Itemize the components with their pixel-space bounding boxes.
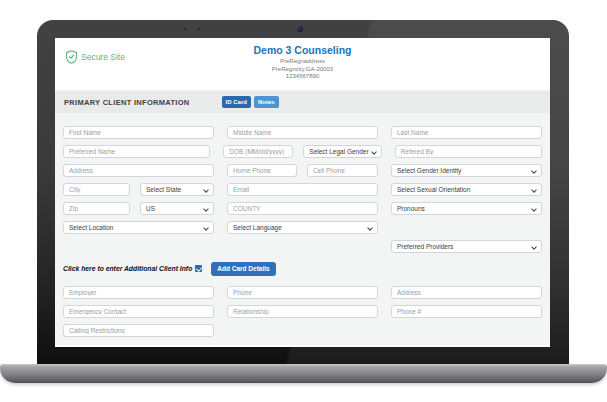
city-input[interactable] — [63, 183, 130, 196]
form-row: Select Location Select Language — [63, 221, 542, 234]
additional-info-row: Click here to enter Additional Client In… — [63, 262, 542, 276]
zip-input[interactable] — [63, 202, 130, 215]
employer-address-input[interactable] — [391, 286, 542, 299]
dob-input[interactable] — [223, 145, 293, 158]
clinic-phone: 1234567890 — [55, 73, 550, 81]
additional-info-checkbox[interactable] — [195, 265, 202, 272]
webcam — [296, 25, 304, 33]
clinic-address: PreRegnaddress — [55, 58, 550, 66]
gender-identity-select[interactable]: Select Gender Identity — [391, 164, 542, 177]
form-row: Select Legal Gender — [63, 145, 542, 158]
bezel-dot — [198, 28, 200, 30]
form-row: Select State Select Sexual Orientation — [63, 183, 542, 196]
home-phone-input[interactable] — [227, 164, 297, 177]
preferred-providers-select[interactable]: Preferred Providers — [391, 240, 542, 253]
country-value: US — [146, 205, 155, 212]
preferred-providers-value: Preferred Providers — [397, 243, 453, 250]
location-select[interactable]: Select Location — [63, 221, 214, 234]
chevron-down-icon — [203, 225, 209, 231]
section-header: PRIMARY CLIENT INFORMATION ID Card Notes — [55, 90, 550, 113]
first-name-input[interactable] — [63, 126, 214, 139]
laptop-base — [0, 364, 607, 383]
preferred-name-input[interactable] — [63, 145, 210, 158]
address-input[interactable] — [63, 164, 214, 177]
referred-by-input[interactable] — [395, 145, 542, 158]
chevron-down-icon — [531, 244, 537, 250]
id-card-button[interactable]: ID Card — [222, 96, 251, 108]
email-input[interactable] — [227, 183, 378, 196]
legal-gender-select[interactable]: Select Legal Gender — [303, 145, 381, 158]
emergency-contact-input[interactable] — [63, 305, 214, 318]
form-row — [63, 305, 542, 318]
chevron-down-icon — [371, 149, 377, 155]
calling-restrictions-input[interactable] — [63, 324, 214, 337]
bezel-dot — [184, 28, 186, 30]
form-row — [63, 286, 542, 299]
clinic-city: PreRegncity,GA-20003 — [55, 66, 550, 74]
employer-input[interactable] — [63, 286, 214, 299]
sexual-orientation-value: Select Sexual Orientation — [397, 186, 470, 193]
form-row: US Pronouns — [63, 202, 542, 215]
location-value: Select Location — [69, 224, 113, 231]
emergency-phone-input[interactable] — [391, 305, 542, 318]
pronouns-select[interactable]: Pronouns — [391, 202, 542, 215]
language-value: Select Language — [233, 224, 282, 231]
language-select[interactable]: Select Language — [227, 221, 378, 234]
county-input[interactable] — [227, 202, 378, 215]
last-name-input[interactable] — [391, 126, 542, 139]
form-row: Select Gender Identity — [63, 164, 542, 177]
sexual-orientation-select[interactable]: Select Sexual Orientation — [391, 183, 542, 196]
section-title: PRIMARY CLIENT INFORMATION — [64, 98, 190, 107]
relationship-input[interactable] — [227, 305, 378, 318]
cell-phone-input[interactable] — [307, 164, 378, 177]
laptop-bezel: Secure Site Demo 3 Counseling PreRegnadd… — [37, 20, 569, 366]
legal-gender-value: Select Legal Gender — [309, 148, 368, 155]
country-select[interactable]: US — [140, 202, 214, 215]
laptop-mockup: Secure Site Demo 3 Counseling PreRegnadd… — [0, 0, 607, 402]
form-row: Preferred Providers — [63, 240, 542, 253]
add-card-details-button[interactable]: Add Card Details — [211, 262, 275, 276]
chevron-down-icon — [531, 206, 537, 212]
chevron-down-icon — [531, 187, 537, 193]
clinic-info: Demo 3 Counseling PreRegnaddress PreRegn… — [55, 44, 550, 81]
form-row — [63, 126, 542, 139]
notes-button[interactable]: Notes — [254, 96, 279, 108]
state-value: Select State — [146, 186, 181, 193]
state-select[interactable]: Select State — [140, 183, 214, 196]
chevron-down-icon — [203, 187, 209, 193]
chevron-down-icon — [531, 168, 537, 174]
form-row — [63, 324, 542, 337]
additional-info-label: Click here to enter Additional Client In… — [63, 265, 192, 272]
gender-identity-value: Select Gender Identity — [397, 167, 461, 174]
middle-name-input[interactable] — [227, 126, 378, 139]
app-header: Secure Site Demo 3 Counseling PreRegnadd… — [55, 38, 550, 90]
chevron-down-icon — [203, 206, 209, 212]
client-form: Select Legal Gender Select Gender — [55, 113, 550, 345]
page-title: Demo 3 Counseling — [55, 44, 550, 57]
employer-phone-input[interactable] — [227, 286, 378, 299]
pronouns-value: Pronouns — [397, 205, 425, 212]
app-screen: Secure Site Demo 3 Counseling PreRegnadd… — [55, 38, 550, 347]
chevron-down-icon — [367, 225, 373, 231]
